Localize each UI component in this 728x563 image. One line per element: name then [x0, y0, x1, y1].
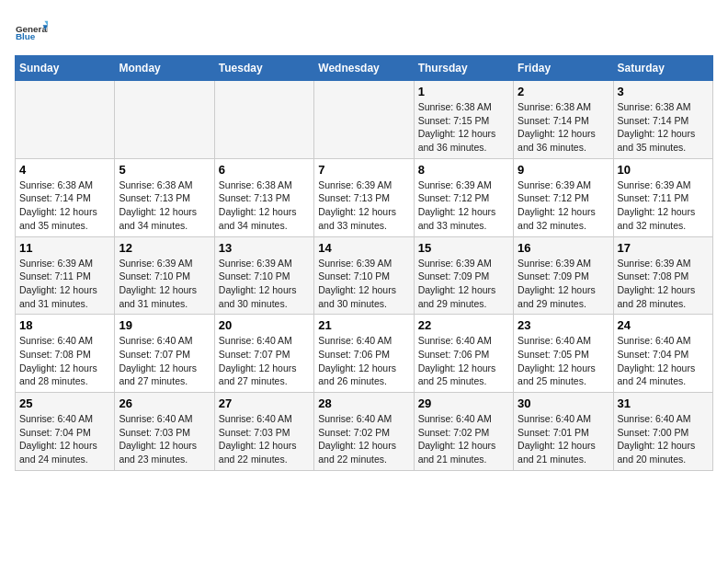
day-number: 23 [518, 318, 609, 332]
day-number: 15 [418, 241, 509, 255]
calendar-cell: 11Sunrise: 6:39 AM Sunset: 7:11 PM Dayli… [16, 236, 115, 315]
day-info: Sunrise: 6:39 AM Sunset: 7:11 PM Dayligh… [19, 257, 110, 311]
day-info: Sunrise: 6:40 AM Sunset: 7:06 PM Dayligh… [418, 334, 509, 388]
svg-text:Blue: Blue [16, 31, 36, 41]
week-row-5: 25Sunrise: 6:40 AM Sunset: 7:04 PM Dayli… [16, 393, 713, 471]
day-info: Sunrise: 6:38 AM Sunset: 7:14 PM Dayligh… [518, 100, 609, 155]
day-info: Sunrise: 6:40 AM Sunset: 7:04 PM Dayligh… [19, 412, 110, 466]
calendar-table: SundayMondayTuesdayWednesdayThursdayFrid… [15, 55, 713, 471]
day-number: 28 [318, 396, 409, 410]
calendar-cell: 31Sunrise: 6:40 AM Sunset: 7:00 PM Dayli… [613, 393, 712, 471]
day-info: Sunrise: 6:38 AM Sunset: 7:13 PM Dayligh… [219, 178, 310, 233]
day-info: Sunrise: 6:39 AM Sunset: 7:08 PM Dayligh… [618, 257, 709, 311]
calendar-cell: 30Sunrise: 6:40 AM Sunset: 7:01 PM Dayli… [514, 393, 613, 471]
day-header-saturday: Saturday [613, 56, 712, 81]
day-number: 31 [618, 396, 709, 410]
day-number: 24 [618, 318, 709, 332]
calendar-cell: 8Sunrise: 6:39 AM Sunset: 7:12 PM Daylig… [414, 158, 513, 236]
calendar-cell: 3Sunrise: 6:38 AM Sunset: 7:14 PM Daylig… [613, 81, 712, 159]
calendar-cell: 15Sunrise: 6:39 AM Sunset: 7:09 PM Dayli… [414, 236, 513, 315]
day-number: 14 [318, 241, 409, 255]
calendar-cell: 16Sunrise: 6:39 AM Sunset: 7:09 PM Dayli… [514, 236, 613, 315]
day-info: Sunrise: 6:39 AM Sunset: 7:13 PM Dayligh… [318, 178, 409, 233]
day-number: 12 [119, 241, 210, 255]
day-number: 11 [19, 241, 110, 255]
day-header-monday: Monday [115, 56, 214, 81]
day-info: Sunrise: 6:39 AM Sunset: 7:12 PM Dayligh… [518, 178, 609, 233]
calendar-cell: 6Sunrise: 6:38 AM Sunset: 7:13 PM Daylig… [214, 158, 313, 236]
week-row-4: 18Sunrise: 6:40 AM Sunset: 7:08 PM Dayli… [16, 315, 713, 393]
calendar-cell: 14Sunrise: 6:39 AM Sunset: 7:10 PM Dayli… [314, 236, 414, 315]
day-info: Sunrise: 6:39 AM Sunset: 7:09 PM Dayligh… [518, 257, 609, 311]
day-info: Sunrise: 6:38 AM Sunset: 7:14 PM Dayligh… [19, 178, 110, 233]
calendar-cell: 13Sunrise: 6:39 AM Sunset: 7:10 PM Dayli… [214, 236, 313, 315]
day-info: Sunrise: 6:39 AM Sunset: 7:09 PM Dayligh… [418, 257, 509, 311]
day-number: 26 [119, 396, 210, 410]
calendar-cell: 12Sunrise: 6:39 AM Sunset: 7:10 PM Dayli… [115, 236, 214, 315]
day-info: Sunrise: 6:38 AM Sunset: 7:15 PM Dayligh… [418, 100, 509, 155]
day-info: Sunrise: 6:39 AM Sunset: 7:11 PM Dayligh… [618, 178, 709, 233]
calendar-cell: 17Sunrise: 6:39 AM Sunset: 7:08 PM Dayli… [613, 236, 712, 315]
calendar-cell: 2Sunrise: 6:38 AM Sunset: 7:14 PM Daylig… [514, 81, 613, 159]
day-header-thursday: Thursday [414, 56, 513, 81]
day-number: 8 [418, 163, 509, 177]
day-number: 9 [518, 163, 609, 177]
calendar-cell: 20Sunrise: 6:40 AM Sunset: 7:07 PM Dayli… [214, 315, 313, 393]
calendar-cell: 1Sunrise: 6:38 AM Sunset: 7:15 PM Daylig… [414, 81, 513, 159]
day-number: 17 [618, 241, 709, 255]
day-info: Sunrise: 6:38 AM Sunset: 7:13 PM Dayligh… [119, 178, 210, 233]
calendar-cell [314, 81, 414, 159]
day-number: 3 [618, 85, 709, 98]
day-number: 20 [219, 318, 310, 332]
calendar-cell: 19Sunrise: 6:40 AM Sunset: 7:07 PM Dayli… [115, 315, 214, 393]
header-row: SundayMondayTuesdayWednesdayThursdayFrid… [16, 56, 713, 81]
calendar-cell: 18Sunrise: 6:40 AM Sunset: 7:08 PM Dayli… [16, 315, 115, 393]
day-info: Sunrise: 6:40 AM Sunset: 7:00 PM Dayligh… [618, 412, 709, 466]
day-info: Sunrise: 6:39 AM Sunset: 7:10 PM Dayligh… [119, 257, 210, 311]
week-row-1: 1Sunrise: 6:38 AM Sunset: 7:15 PM Daylig… [16, 81, 713, 159]
calendar-cell: 27Sunrise: 6:40 AM Sunset: 7:03 PM Dayli… [214, 393, 313, 471]
day-header-wednesday: Wednesday [314, 56, 414, 81]
day-info: Sunrise: 6:40 AM Sunset: 7:01 PM Dayligh… [518, 412, 609, 466]
day-info: Sunrise: 6:40 AM Sunset: 7:08 PM Dayligh… [19, 334, 110, 388]
calendar-cell: 22Sunrise: 6:40 AM Sunset: 7:06 PM Dayli… [414, 315, 513, 393]
day-info: Sunrise: 6:40 AM Sunset: 7:05 PM Dayligh… [518, 334, 609, 388]
day-info: Sunrise: 6:40 AM Sunset: 7:02 PM Dayligh… [418, 412, 509, 466]
calendar-cell: 24Sunrise: 6:40 AM Sunset: 7:04 PM Dayli… [613, 315, 712, 393]
calendar-cell: 5Sunrise: 6:38 AM Sunset: 7:13 PM Daylig… [115, 158, 214, 236]
week-row-3: 11Sunrise: 6:39 AM Sunset: 7:11 PM Dayli… [16, 236, 713, 315]
day-number: 21 [318, 318, 409, 332]
day-info: Sunrise: 6:40 AM Sunset: 7:03 PM Dayligh… [119, 412, 210, 466]
calendar-cell: 25Sunrise: 6:40 AM Sunset: 7:04 PM Dayli… [16, 393, 115, 471]
day-number: 27 [219, 396, 310, 410]
day-info: Sunrise: 6:40 AM Sunset: 7:06 PM Dayligh… [318, 334, 409, 388]
logo-svg: General Blue [15, 15, 48, 48]
day-info: Sunrise: 6:38 AM Sunset: 7:14 PM Dayligh… [618, 100, 709, 155]
calendar-cell: 4Sunrise: 6:38 AM Sunset: 7:14 PM Daylig… [16, 158, 115, 236]
day-number: 13 [219, 241, 310, 255]
calendar-cell: 28Sunrise: 6:40 AM Sunset: 7:02 PM Dayli… [314, 393, 414, 471]
logo: General Blue [15, 15, 48, 48]
day-number: 5 [119, 163, 210, 177]
day-number: 29 [418, 396, 509, 410]
day-info: Sunrise: 6:39 AM Sunset: 7:12 PM Dayligh… [418, 178, 509, 233]
day-info: Sunrise: 6:40 AM Sunset: 7:02 PM Dayligh… [318, 412, 409, 466]
calendar-cell: 29Sunrise: 6:40 AM Sunset: 7:02 PM Dayli… [414, 393, 513, 471]
calendar-body: 1Sunrise: 6:38 AM Sunset: 7:15 PM Daylig… [16, 81, 713, 471]
day-number: 18 [19, 318, 110, 332]
day-number: 4 [19, 163, 110, 177]
day-info: Sunrise: 6:40 AM Sunset: 7:07 PM Dayligh… [119, 334, 210, 388]
day-info: Sunrise: 6:40 AM Sunset: 7:07 PM Dayligh… [219, 334, 310, 388]
calendar-cell [16, 81, 115, 159]
calendar-cell: 21Sunrise: 6:40 AM Sunset: 7:06 PM Dayli… [314, 315, 414, 393]
calendar-cell [115, 81, 214, 159]
day-number: 7 [318, 163, 409, 177]
calendar-cell [214, 81, 313, 159]
logo-image: General Blue [15, 15, 48, 48]
day-number: 1 [418, 85, 509, 98]
day-header-sunday: Sunday [16, 56, 115, 81]
day-header-friday: Friday [514, 56, 613, 81]
calendar-cell: 10Sunrise: 6:39 AM Sunset: 7:11 PM Dayli… [613, 158, 712, 236]
day-number: 6 [219, 163, 310, 177]
calendar-cell: 26Sunrise: 6:40 AM Sunset: 7:03 PM Dayli… [115, 393, 214, 471]
